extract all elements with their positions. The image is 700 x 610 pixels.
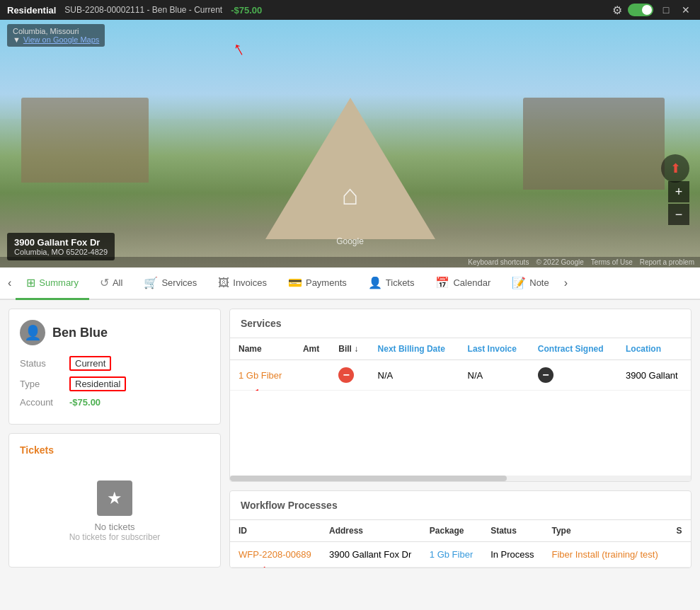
user-header: 👤 Ben Blue <box>20 320 210 345</box>
wf-col-s: S <box>668 520 691 542</box>
tab-calendar-label: Calendar <box>453 277 490 288</box>
wf-id-link[interactable]: WFP-2208-00689 <box>239 549 311 560</box>
top-bar: Residential SUB-2208-00002111 - Ben Blue… <box>0 0 700 20</box>
wf-col-address: Address <box>321 520 421 542</box>
tab-invoices-label: Invoices <box>233 277 267 288</box>
tab-services[interactable]: 🛒 Services <box>133 267 207 300</box>
street-view: ↑ ⌂ ⬆ + − Columbia, Missouri ▼ View on G… <box>0 20 700 267</box>
workflow-table: ID Address Package Status Type S <box>230 520 691 568</box>
status-row: Status Current <box>20 356 210 371</box>
account-label: Account <box>20 397 69 408</box>
service-contract-cell: − <box>529 360 617 391</box>
workflow-header: Workflow Processes <box>230 491 691 520</box>
tab-tickets[interactable]: 👤 Tickets <box>357 267 425 300</box>
col-location: Location <box>617 338 691 360</box>
payments-icon: 💳 <box>288 276 302 289</box>
wf-status-cell: In Process <box>482 542 543 568</box>
notes-icon: 📝 <box>512 276 526 289</box>
address-line2: Columbia, MO 65202-4829 <box>14 248 108 256</box>
user-name: Ben Blue <box>52 326 108 340</box>
tab-calendar[interactable]: 📅 Calendar <box>425 267 501 300</box>
col-bill[interactable]: Bill ↓ <box>330 338 369 360</box>
gear-icon[interactable]: ⚙ <box>612 4 622 17</box>
wf-col-type: Type <box>543 520 667 542</box>
close-icon[interactable]: ✕ <box>679 3 693 17</box>
services-scrollbar-thumb <box>230 476 507 481</box>
copyright: © 2022 Google <box>536 258 583 266</box>
report-problem[interactable]: Report a problem <box>640 258 694 266</box>
tab-prev-button[interactable]: ‹ <box>4 271 16 295</box>
expand-icon[interactable]: □ <box>659 3 673 17</box>
zoom-controls: + − <box>668 181 689 225</box>
no-tickets-sub: No tickets for subscriber <box>69 532 161 542</box>
tab-services-label: Services <box>161 277 197 288</box>
wf-id-cell[interactable]: WFP-2208-00689 ↑ <box>230 542 321 568</box>
copyright-bar: Keyboard shortcuts © 2022 Google Terms o… <box>0 257 700 267</box>
zoom-in-button[interactable]: + <box>668 181 689 202</box>
tickets-section-title[interactable]: Tickets <box>20 444 210 456</box>
services-scrollbar[interactable] <box>230 476 691 481</box>
wf-address-cell: 3900 Gallant Fox Dr <box>321 542 421 568</box>
calendar-icon: 📅 <box>435 276 449 289</box>
tab-invoices[interactable]: 🖼 Invoices <box>207 268 277 300</box>
workflow-title: Workflow Processes <box>241 500 338 511</box>
terms-of-use[interactable]: Terms of Use <box>591 258 633 266</box>
tab-tickets-label: Tickets <box>386 277 415 288</box>
services-table-header: Name Amt Bill ↓ Next Billing Date Last I… <box>230 338 691 360</box>
tab-summary[interactable]: ⊞ Summary <box>16 267 89 300</box>
services-empty-area <box>230 391 691 476</box>
invoices-icon: 🖼 <box>218 277 229 289</box>
toggle-switch[interactable] <box>628 4 653 16</box>
no-tickets-icon: ★ <box>97 480 132 516</box>
annotation-arrow-service: ↑ <box>250 382 263 391</box>
compass[interactable]: ⬆ <box>661 154 689 183</box>
wf-package-cell: 1 Gb Fiber <box>421 542 482 568</box>
no-tickets-area: ★ No tickets No tickets for subscriber <box>20 466 210 556</box>
tab-all-label: All <box>113 277 122 288</box>
type-row: Type Residential <box>20 376 210 391</box>
service-row-1: 1 Gb Fiber ↑ − N/A N/A − <box>230 360 691 391</box>
navigation-tabs: ‹ ⊞ Summary ↺ All 🛒 Services 🖼 Invoices … <box>0 267 700 300</box>
services-card: Services Name Amt Bill ↓ Next Billing Da… <box>229 309 692 482</box>
services-header: Services <box>230 309 691 338</box>
tickets-card: Tickets ★ No tickets No tickets for subs… <box>8 433 221 568</box>
tab-next-button[interactable]: › <box>560 271 572 295</box>
zoom-out-button[interactable]: − <box>668 204 689 225</box>
col-contract: Contract Signed <box>529 338 617 360</box>
status-value: Current <box>69 356 111 371</box>
tab-all[interactable]: ↺ All <box>89 267 133 300</box>
account-value[interactable]: -$75.00 <box>69 397 101 408</box>
workflow-row-1: WFP-2208-00689 ↑ 3900 Gallant Fox Dr 1 G… <box>230 542 691 568</box>
tab-payments-label: Payments <box>306 277 347 288</box>
services-title: Services <box>241 318 282 329</box>
wf-package-link[interactable]: 1 Gb Fiber <box>430 549 473 560</box>
top-bar-amount: -$75.00 <box>231 5 262 16</box>
location-label: Columbia, Missouri ▼ View on Google Maps <box>7 24 105 47</box>
tab-payments[interactable]: 💳 Payments <box>277 267 357 300</box>
workflow-table-header: ID Address Package Status Type S <box>230 520 691 542</box>
status-label: Status <box>20 358 69 369</box>
annotation-arrow-wf: ↑ <box>258 560 270 568</box>
service-name-link[interactable]: 1 Gb Fiber <box>239 370 282 381</box>
nav-forward-indicator: ⌂ <box>341 179 358 211</box>
col-name: Name <box>230 338 294 360</box>
type-value: Residential <box>69 376 126 391</box>
service-last-invoice-cell: N/A <box>459 360 529 391</box>
wf-type-value: Fiber Install (training/ test) <box>551 549 658 560</box>
service-amt-cell <box>294 360 330 391</box>
tab-summary-label: Summary <box>39 277 79 288</box>
services-icon: 🛒 <box>144 276 158 289</box>
keyboard-shortcuts[interactable]: Keyboard shortcuts <box>468 258 529 266</box>
workflow-card: Workflow Processes ID Address Package St… <box>229 490 692 568</box>
top-bar-icons: ⚙ □ ✕ <box>612 3 693 17</box>
service-name-cell[interactable]: 1 Gb Fiber ↑ <box>230 360 294 391</box>
right-panel: Services Name Amt Bill ↓ Next Billing Da… <box>229 309 692 568</box>
wf-s-cell <box>668 542 691 568</box>
left-panel: 👤 Ben Blue Status Current Type Residenti… <box>8 309 221 568</box>
customer-info-card: 👤 Ben Blue Status Current Type Residenti… <box>8 309 221 425</box>
wf-col-id: ID <box>230 520 321 542</box>
map-link[interactable]: View on Google Maps <box>23 35 99 44</box>
city-label: Columbia, Missouri <box>13 27 99 35</box>
col-last-invoice: Last Invoice <box>459 338 529 360</box>
tab-notes[interactable]: 📝 Note <box>501 267 559 300</box>
